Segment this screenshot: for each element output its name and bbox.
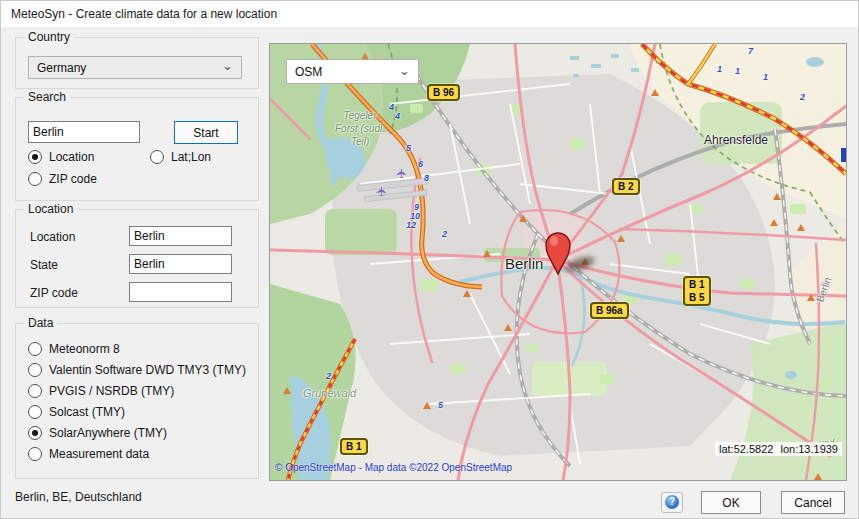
exit-number: 1	[735, 66, 740, 76]
airport-icon: ✈	[394, 168, 409, 179]
chevron-down-icon: ⌄	[399, 63, 410, 78]
data-group-label: Data	[24, 316, 57, 330]
exit-number: 2	[442, 229, 447, 239]
exit-number: 6	[418, 159, 423, 169]
zip-field-label: ZIP code	[30, 286, 78, 300]
place-label-tegeler-forst: Tegeler Forst (südl. Teil)	[318, 109, 402, 148]
exit-number: 2	[326, 371, 331, 381]
status-text: Berlin, BE, Deutschland	[15, 490, 142, 504]
data-option-solaranywhere[interactable]: SolarAnywhere (TMY)	[28, 426, 167, 440]
radio-icon	[28, 342, 42, 356]
radio-icon	[28, 447, 42, 461]
help-icon: ?	[665, 495, 679, 509]
map-layer-value: OSM	[295, 65, 322, 79]
location-group: Location Location State ZIP code	[15, 209, 259, 308]
radio-icon	[28, 363, 42, 377]
road-badge-b1-sw: B 1	[340, 438, 368, 455]
help-button[interactable]: ?	[661, 492, 683, 513]
map-canvas[interactable]: OSM ⌄ B 96 B 2 B 1 B 5 B 96a B 1 Berlin …	[269, 43, 847, 481]
road-badge-b1-b5: B 1 B 5	[683, 276, 711, 306]
exit-number: 5	[438, 400, 443, 410]
exit-number: 7	[748, 46, 753, 56]
data-option-meteonorm[interactable]: Meteonorm 8	[28, 342, 120, 356]
marker-highlight	[550, 236, 558, 246]
data-option-measurement[interactable]: Measurement data	[28, 447, 149, 461]
location-field-input[interactable]	[129, 226, 232, 246]
place-label-ahrensfelde: Ahrensfelde	[704, 133, 768, 147]
country-select-value: Germany	[37, 61, 86, 75]
data-option-pvgis-nsrdb[interactable]: PVGIS / NSRDB (TMY)	[28, 384, 174, 398]
city-label-berlin: Berlin	[505, 255, 543, 272]
search-group-label: Search	[24, 90, 70, 104]
state-field-input[interactable]	[129, 254, 232, 274]
zip-field-input[interactable]	[129, 282, 232, 302]
radio-icon	[28, 150, 42, 164]
radio-icon	[28, 405, 42, 419]
road-badge-b96: B 96	[427, 84, 460, 101]
map-coordinates: lat:52.5822 lon:13.1939	[715, 442, 842, 456]
radio-icon	[28, 384, 42, 398]
title-bar: MeteoSyn - Create climate data for a new…	[1, 1, 858, 27]
search-mode-zip-radio[interactable]: ZIP code	[28, 172, 97, 186]
map-layer-select[interactable]: OSM ⌄	[286, 59, 419, 84]
country-group: Country Germany ⌄	[15, 37, 259, 89]
exit-number: 2	[800, 92, 805, 102]
airport-icon: ✈	[374, 186, 389, 197]
dialog-window: MeteoSyn - Create climate data for a new…	[0, 0, 859, 519]
cutoff-motorway-shield	[841, 148, 846, 162]
location-group-label: Location	[24, 202, 77, 216]
radio-icon	[28, 172, 42, 186]
exit-number: 4	[395, 111, 400, 121]
exit-number: 4	[389, 102, 394, 112]
data-option-solcast[interactable]: Solcast (TMY)	[28, 405, 125, 419]
road-badge-b2: B 2	[612, 178, 640, 195]
radio-icon	[150, 150, 164, 164]
data-option-dwd-tmy3[interactable]: Valentin Software DWD TMY3 (TMY)	[28, 363, 246, 377]
state-field-label: State	[30, 258, 58, 272]
exit-number: 1	[763, 72, 768, 82]
window-title: MeteoSyn - Create climate data for a new…	[11, 7, 277, 21]
chevron-down-icon: ⌄	[222, 58, 233, 73]
ok-button[interactable]: OK	[701, 491, 761, 514]
exit-number: 12	[406, 220, 416, 230]
exit-number: 1	[717, 64, 722, 74]
map-attribution: © OpenStreetMap - Map data ©2022 OpenStr…	[275, 462, 512, 473]
start-button[interactable]: Start	[174, 121, 238, 144]
exit-number: 5	[406, 143, 411, 153]
search-input[interactable]	[28, 121, 140, 143]
cancel-button[interactable]: Cancel	[781, 491, 845, 514]
radio-icon	[28, 426, 42, 440]
location-field-label: Location	[30, 230, 75, 244]
country-group-label: Country	[24, 30, 74, 44]
exit-number: 8	[424, 173, 429, 183]
search-mode-latlon-radio[interactable]: Lat;Lon	[150, 150, 211, 164]
road-badge-b96a: B 96a	[590, 302, 629, 319]
search-group: Search Start Location Lat;Lon ZIP code	[15, 97, 259, 201]
search-mode-location-radio[interactable]: Location	[28, 150, 94, 164]
place-label-grunewald: Grunewald	[303, 387, 356, 399]
country-select[interactable]: Germany ⌄	[28, 56, 242, 79]
data-group: Data Meteonorm 8 Valentin Software DWD T…	[15, 323, 259, 479]
